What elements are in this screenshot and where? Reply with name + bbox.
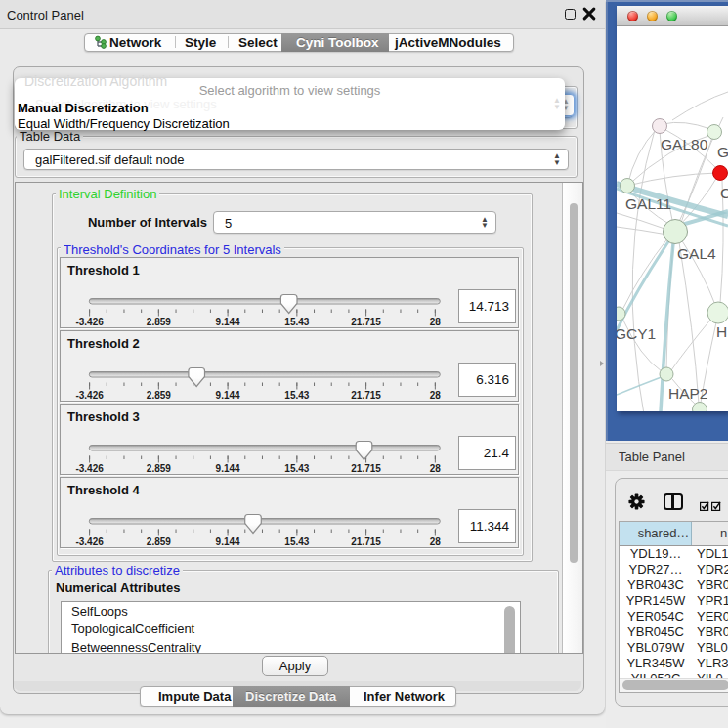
svg-text:15.43: 15.43 <box>284 317 309 327</box>
svg-text:2.859: 2.859 <box>147 536 171 547</box>
svg-text:21.715: 21.715 <box>351 390 381 401</box>
svg-text:G: G <box>717 144 728 160</box>
svg-text:-3.426: -3.426 <box>75 536 104 547</box>
svg-text:15.43: 15.43 <box>284 390 309 401</box>
svg-text:GCY1: GCY1 <box>617 325 656 342</box>
svg-text:-3.426: -3.426 <box>75 317 104 327</box>
svg-text:-3.426: -3.426 <box>75 463 104 474</box>
svg-text:GAL4: GAL4 <box>677 245 716 262</box>
svg-text:28: 28 <box>430 317 442 327</box>
svg-text:9.144: 9.144 <box>216 317 240 327</box>
svg-text:-3.426: -3.426 <box>75 390 104 401</box>
svg-text:15.43: 15.43 <box>284 463 309 474</box>
svg-text:28: 28 <box>430 390 442 401</box>
svg-text:2.859: 2.859 <box>147 390 171 401</box>
svg-text:H: H <box>716 323 727 340</box>
svg-text:GAL80: GAL80 <box>661 136 708 152</box>
svg-text:GAL11: GAL11 <box>625 195 671 212</box>
svg-text:9.144: 9.144 <box>216 463 240 474</box>
svg-text:C: C <box>720 185 728 201</box>
svg-text:2.859: 2.859 <box>147 463 171 474</box>
svg-text:28: 28 <box>430 463 442 474</box>
svg-text:28: 28 <box>430 536 442 547</box>
svg-text:21.715: 21.715 <box>351 536 381 547</box>
svg-text:2.859: 2.859 <box>147 317 171 327</box>
svg-text:9.144: 9.144 <box>216 536 240 547</box>
svg-text:21.715: 21.715 <box>351 317 381 327</box>
svg-text:21.715: 21.715 <box>351 463 381 474</box>
svg-text:9.144: 9.144 <box>216 390 240 401</box>
svg-text:15.43: 15.43 <box>284 536 309 547</box>
svg-text:HAP2: HAP2 <box>668 385 708 402</box>
